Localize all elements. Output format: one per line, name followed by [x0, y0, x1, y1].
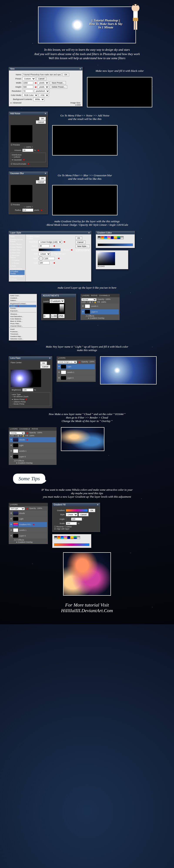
adjustment-menu-item[interactable]: Exposure... [9, 310, 36, 312]
adjustment-menu-item[interactable]: Levels... ◄ [9, 305, 36, 307]
levels-black-input[interactable] [43, 314, 50, 318]
colormode-select[interactable]: RGB Color [22, 93, 38, 97]
eye-icon[interactable]: 👁 [58, 366, 60, 368]
ok-button[interactable]: OK [75, 236, 82, 240]
layer-item[interactable]: 👁Layer 0 [9, 454, 56, 459]
gradient-bar[interactable] [66, 509, 88, 512]
cancel-button[interactable]: Cancel [36, 180, 46, 184]
layer-item[interactable]: 👁Light [9, 443, 56, 448]
eye-icon[interactable]: 👁 [82, 305, 84, 307]
resolution-input[interactable] [22, 90, 33, 93]
adjustment-menu-item[interactable]: Invert [9, 328, 36, 331]
width-unit-select[interactable]: pixels [38, 81, 49, 85]
preview-check[interactable]: Preview [13, 144, 20, 146]
eye-icon[interactable]: 👁 [58, 371, 60, 373]
adjustment-menu-item[interactable]: Gradient... [9, 297, 36, 299]
gradient-bar[interactable] [39, 248, 60, 251]
style-item[interactable]: Inner Glow [12, 252, 20, 254]
adjustment-menu-item[interactable]: Vibrance... [9, 313, 36, 315]
new-style-button[interactable]: New Style... [75, 245, 90, 248]
gradient-edit-bar[interactable] [54, 544, 90, 546]
style-item[interactable]: Texture [14, 262, 19, 264]
preview-check[interactable]: Preview [13, 204, 20, 206]
angle-wheel-icon[interactable] [39, 256, 43, 261]
ok-button[interactable]: OK [89, 509, 95, 512]
adjustment-menu-item[interactable]: Threshold... [9, 333, 36, 335]
eye-icon[interactable]: 👁 [10, 512, 12, 514]
style-item[interactable]: Inner Shadow [12, 246, 22, 248]
close-icon[interactable]: ✕ [88, 231, 90, 234]
channels-tab[interactable]: CHANNELS [99, 294, 110, 297]
style-item[interactable]: Satin [12, 265, 16, 267]
gradient-presets[interactable] [98, 236, 133, 239]
name-input[interactable] [22, 73, 61, 76]
eye-icon[interactable]: 👁 [10, 456, 12, 458]
adjustment-menu-item[interactable]: Posterize... [9, 331, 36, 333]
delete-preset-button[interactable]: Delete Preset... [50, 85, 67, 89]
paths-tab[interactable]: PATHS [91, 294, 97, 297]
layer-item[interactable]: 👁Levels 1 [57, 370, 95, 375]
resolution-unit-select[interactable]: pixels/inch [34, 89, 50, 93]
amount-input[interactable] [22, 149, 33, 152]
levels-mid-input[interactable] [51, 314, 57, 318]
adjustment-menu-item[interactable]: Hue/Saturation... [9, 315, 36, 318]
gaussian-radio[interactable]: Gaussian [14, 159, 22, 161]
layer-item[interactable]: 👁Gradient Fill 1◄ [9, 522, 47, 527]
layers-tab[interactable]: LAYERS [82, 294, 90, 297]
layer-item[interactable]: 👁Light [9, 516, 47, 522]
style-item[interactable]: Pattern Overlay [12, 275, 23, 277]
adjustment-menu-item[interactable]: Selective Color... [9, 338, 36, 340]
levels-white-input[interactable] [58, 314, 65, 318]
adjustment-menu-item[interactable]: Curves... [9, 307, 36, 310]
style-item[interactable]: Drop Shadow [12, 243, 22, 245]
angle-wheel-icon[interactable] [66, 517, 70, 521]
style-item[interactable]: Contour [14, 259, 20, 261]
lens-radio[interactable]: 105mm Prime [14, 401, 26, 403]
close-icon[interactable]: ✕ [79, 68, 81, 70]
layer-item[interactable]: 👁Layer 0 [57, 375, 95, 380]
advanced-toggle[interactable]: Advanced [13, 102, 21, 104]
opacity-input[interactable] [39, 244, 50, 247]
channels-tab[interactable]: CHANNELS [19, 428, 30, 430]
layer-item[interactable]: 👁Layer 0 [81, 309, 119, 314]
angle-input[interactable] [44, 257, 55, 260]
style-item[interactable]: Stroke [12, 278, 17, 280]
lens-radio[interactable]: 50-300mm Zoom [14, 396, 28, 398]
layer-item[interactable]: 👁clouds◄ [9, 437, 56, 442]
blend-mode-select[interactable]: Normal [81, 298, 97, 301]
style-item[interactable]: Bevel and Emboss [10, 254, 19, 258]
save-preset-button[interactable]: Save Preset... [50, 81, 66, 85]
paths-tab[interactable]: PATHS [32, 428, 38, 430]
close-icon[interactable]: ✕ [45, 172, 46, 175]
blend-mode-select[interactable]: Linear Dodge (...) [57, 361, 77, 364]
scale-input[interactable] [39, 261, 50, 264]
close-icon[interactable]: ✕ [45, 112, 46, 115]
eye-icon[interactable]: 👁 [10, 439, 12, 441]
ok-button[interactable]: OK [63, 73, 69, 76]
adjustment-menu-item[interactable]: Photo Filter... [9, 322, 36, 325]
blend-mode-select[interactable]: Overlay [9, 432, 25, 435]
blend-select[interactable]: Linear Dodge (Add) [39, 240, 62, 244]
layer-item[interactable]: 👁clouds [9, 510, 47, 516]
color-field[interactable] [98, 252, 115, 265]
levels-preset[interactable]: Custom [50, 299, 65, 303]
close-icon[interactable]: ✕ [97, 503, 99, 506]
eye-icon[interactable]: 👁 [10, 450, 12, 452]
adjustment-menu-item[interactable]: Channel Mixer... [9, 325, 36, 327]
eye-icon[interactable]: 👁 [82, 311, 84, 313]
eye-icon[interactable]: 👁 [10, 444, 12, 446]
ok-button[interactable]: OK [40, 362, 47, 365]
style-item[interactable]: Outer Glow [12, 249, 21, 251]
layer-item[interactable]: 👁Levels 1 [9, 528, 47, 533]
ok-button[interactable]: OK [39, 177, 46, 180]
brightness-input[interactable] [22, 389, 33, 392]
preset-select[interactable]: Custom [22, 77, 35, 81]
lens-radio[interactable]: 35mm Prime [14, 398, 25, 401]
flare-preview[interactable] [11, 370, 41, 387]
cancel-button[interactable]: Cancel [78, 513, 89, 516]
adjustment-menu-item[interactable]: Black & White... [9, 320, 36, 322]
adjustment-menu-item[interactable]: Solid Color... [9, 294, 36, 297]
adjustment-menu-item[interactable]: Brightness/Contrast... [9, 303, 36, 305]
cancel-button[interactable]: Cancel [36, 120, 46, 124]
bits-select[interactable]: 8 bit [39, 93, 49, 97]
